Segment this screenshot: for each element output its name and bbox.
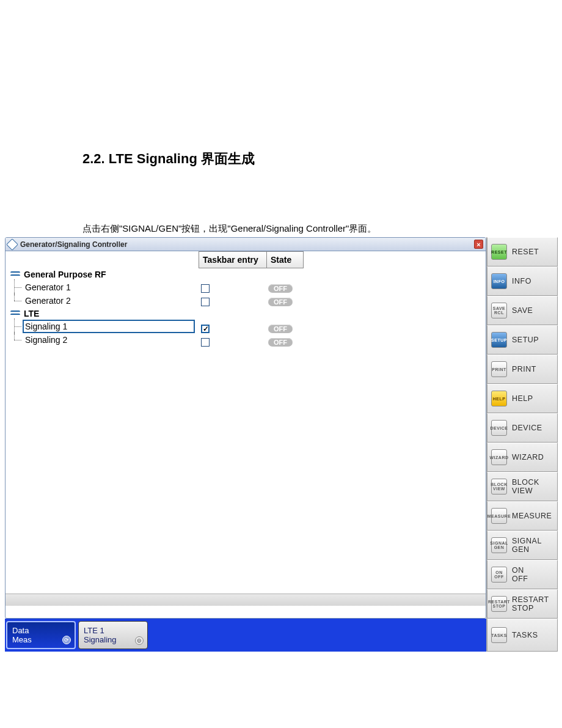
task-line-1: LTE 1 — [84, 626, 142, 635]
state-pill-signaling-2[interactable]: OFF — [268, 338, 293, 347]
device-icon: DEVICE — [491, 420, 507, 436]
checkbox-signaling-1[interactable] — [201, 325, 210, 333]
softkey-signal-gen-button[interactable]: SIGNAL GEN SIGNAL GEN — [487, 531, 558, 560]
print-icon: PRINT — [491, 361, 507, 377]
softkey-reset-button[interactable]: RESET RESET — [487, 237, 558, 267]
reset-icon: RESET — [491, 244, 507, 260]
save-icon: SAVE RCL — [491, 303, 507, 318]
softkey-help-button[interactable]: HELP HELP — [487, 384, 558, 413]
tree-item-label: Signaling 1 — [23, 320, 195, 333]
softkey-column: RESET RESET INFO INFO SAVE RCL SAVE SETU… — [486, 237, 558, 619]
tree-item-label: Signaling 2 — [23, 335, 199, 345]
softkey-label: RESET — [512, 248, 539, 256]
tree-group-lte[interactable]: LTE — [5, 307, 199, 320]
tree-guide-icon — [5, 294, 23, 307]
restart-stop-icon: RESTART STOP — [491, 596, 507, 612]
softkey-label: SIGNAL GEN — [512, 537, 542, 554]
block-view-icon: BLOCK VIEW — [491, 479, 507, 495]
tree-guide-icon — [5, 320, 23, 333]
softkey-save-button[interactable]: SAVE RCL SAVE — [487, 296, 558, 325]
close-icon[interactable]: × — [474, 240, 483, 249]
softkey-label: HELP — [512, 394, 533, 403]
task-line-1: Data — [12, 626, 70, 635]
window-title: Generator/Signaling Controller — [20, 240, 127, 249]
task-data-meas-button[interactable]: Data Meas ⟳ — [6, 621, 76, 649]
col-header-state: State — [267, 251, 304, 268]
tree-group-label: General Purpose RF — [24, 270, 106, 279]
tree-item-label: Generator 2 — [23, 296, 199, 306]
softkey-label: TASKS — [512, 631, 538, 639]
softkey-label: DEVICE — [512, 424, 542, 432]
taskbar: Data Meas ⟳ LTE 1 Signaling ⊝ — [5, 619, 486, 652]
softkey-device-button[interactable]: DEVICE DEVICE — [487, 413, 558, 443]
softkey-label: INFO — [512, 277, 531, 285]
tree-group-general-rf[interactable]: General Purpose RF — [5, 268, 199, 281]
softkey-label: SAVE — [512, 306, 533, 315]
softkey-label: SETUP — [512, 336, 539, 344]
softkey-label: BLOCK VIEW — [512, 478, 539, 495]
state-pill-generator-2[interactable]: OFF — [268, 298, 293, 306]
data-row-generator-1: OFF — [199, 282, 486, 295]
column-header-row: Taskbar entry State — [199, 251, 486, 268]
help-icon: HELP — [491, 391, 507, 406]
softkey-wizard-button[interactable]: WIZARD WIZARD — [487, 443, 558, 472]
checkbox-signaling-2[interactable] — [201, 338, 210, 347]
status-bar — [5, 594, 486, 606]
tree-item-generator-2[interactable]: Generator 2 — [5, 294, 199, 307]
softkey-info-button[interactable]: INFO INFO — [487, 267, 558, 296]
task-lte1-signaling-button[interactable]: LTE 1 Signaling ⊝ — [78, 621, 148, 649]
group-icon — [10, 271, 20, 278]
on-off-icon: ON OFF — [491, 567, 507, 583]
softkey-label: RESTART STOP — [512, 595, 549, 612]
softkey-label: WIZARD — [512, 453, 544, 461]
embedded-screenshot: Generator/Signaling Controller × General… — [5, 237, 558, 652]
data-row-signaling-2: OFF — [199, 336, 486, 349]
tree-group-label: LTE — [24, 309, 39, 318]
tree-panel: General Purpose RF Generator 1 Generator… — [5, 251, 199, 594]
tree-item-generator-1[interactable]: Generator 1 — [5, 281, 199, 294]
state-pill-generator-1[interactable]: OFF — [268, 284, 293, 293]
softkey-on-off-button[interactable]: ON OFF ON OFF — [487, 560, 558, 589]
app-icon — [6, 238, 18, 251]
wizard-icon: WIZARD — [491, 449, 507, 465]
checkbox-generator-2[interactable] — [201, 298, 210, 306]
info-icon: INFO — [491, 273, 507, 289]
window-titlebar[interactable]: Generator/Signaling Controller × — [5, 238, 486, 251]
data-row-spacer — [199, 309, 486, 322]
data-row-signaling-1: OFF — [199, 322, 486, 336]
setup-icon: SETUP — [491, 332, 507, 348]
checkbox-generator-1[interactable] — [201, 284, 210, 293]
softkey-restart-stop-button[interactable]: RESTART STOP RESTART STOP — [487, 589, 558, 619]
task-line-2: Signaling — [84, 635, 142, 644]
softkey-setup-button[interactable]: SETUP SETUP — [487, 325, 558, 355]
measure-icon: MEASURE — [491, 508, 507, 524]
state-pill-signaling-1[interactable]: OFF — [268, 325, 293, 333]
section-paragraph: 点击右侧"SIGNAL/GEN"按钮，出现"General/Signaling … — [82, 223, 562, 235]
tree-item-label: Generator 1 — [23, 282, 199, 292]
task-line-2: Meas — [12, 635, 70, 644]
tree-guide-icon — [5, 333, 23, 347]
softkey-label: ON OFF — [512, 566, 528, 583]
softkey-label: PRINT — [512, 365, 536, 373]
group-icon — [10, 310, 20, 317]
col-header-taskbar-entry: Taskbar entry — [199, 251, 267, 268]
task-badge-icon: ⊝ — [135, 636, 144, 645]
softkey-label: MEASURE — [512, 512, 552, 520]
tree-item-signaling-1[interactable]: Signaling 1 — [5, 320, 199, 333]
tree-item-signaling-2[interactable]: Signaling 2 — [5, 333, 199, 347]
signal-gen-icon: SIGNAL GEN — [491, 537, 507, 553]
softkey-tasks-button[interactable]: TASKS TASKS — [487, 619, 558, 652]
section-heading: 2.2. LTE Signaling 界面生成 — [82, 150, 562, 168]
softkey-measure-button[interactable]: MEASURE MEASURE — [487, 501, 558, 531]
task-badge-icon: ⟳ — [62, 636, 71, 644]
tasks-icon: TASKS — [491, 627, 507, 643]
softkey-print-button[interactable]: PRINT PRINT — [487, 355, 558, 384]
tree-guide-icon — [5, 281, 23, 294]
data-row-generator-2: OFF — [199, 295, 486, 309]
data-row-spacer — [199, 268, 486, 282]
softkey-block-view-button[interactable]: BLOCK VIEW BLOCK VIEW — [487, 472, 558, 501]
